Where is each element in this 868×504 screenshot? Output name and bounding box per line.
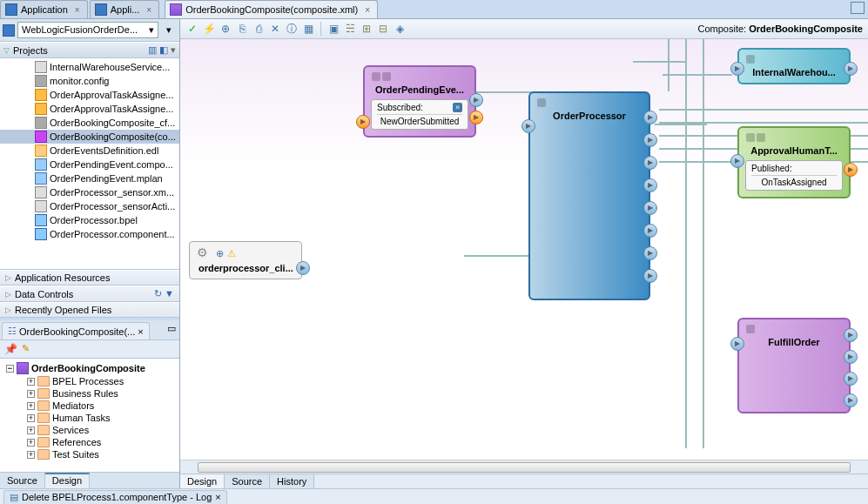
expand-icon[interactable]: + [27,402,35,410]
tree-item[interactable]: OrderProcessor.bpel [0,213,179,227]
input-port[interactable] [730,154,744,168]
tree-item[interactable]: OrderProcessor_sensorActi... [0,199,179,213]
tree-item[interactable]: OrderEventsDefinition.edl [0,144,179,158]
tree-item[interactable]: OrderApprovalTaskAssigne... [0,88,179,102]
tab-application[interactable]: Application × [0,0,88,18]
tab-source[interactable]: Source [0,473,45,488]
tab-composite[interactable]: OrderBookingComposite(composite.xml) × [165,0,378,18]
output-port[interactable] [643,224,657,238]
tree-item[interactable]: monitor.config [0,74,179,88]
structure-node[interactable]: +Test Suites [3,448,177,460]
project-tree[interactable]: InternalWarehouseService... monitor.conf… [0,58,179,270]
output-port[interactable] [844,62,858,76]
event-port[interactable] [356,115,370,129]
expand-icon[interactable]: + [27,427,35,434]
output-port[interactable] [844,350,858,364]
event-port[interactable] [469,111,483,124]
structure-node[interactable]: +References [3,436,177,448]
event-icon[interactable]: ⚡ [202,22,216,36]
structure-tree[interactable]: − OrderBookingComposite +BPEL Processes … [0,359,179,472]
tree-item[interactable]: OrderProcessor.component... [0,227,179,241]
tool-icon[interactable]: ⊞ [360,22,373,36]
props-icon[interactable]: ▦ [301,22,315,36]
tree-item-selected[interactable]: OrderBookingComposite(co... [0,130,179,144]
component-approval-human-task[interactable]: ApprovalHumanT... Published: OnTaskAssig… [737,126,851,198]
close-icon[interactable]: × [146,5,151,15]
menu-icon[interactable]: ▾ [171,44,176,56]
delete-icon[interactable]: ✕ [268,22,282,36]
expand-icon[interactable]: + [27,414,35,422]
tool-icon[interactable]: ☵ [343,22,357,36]
component-order-processor[interactable]: OrderProcessor [528,91,650,300]
output-port[interactable] [643,269,657,283]
accordion-recent-files[interactable]: ▷ Recently Opened Files [0,302,179,318]
output-port[interactable] [643,201,657,215]
structure-root[interactable]: − OrderBookingComposite [3,361,177,375]
projects-header[interactable]: ▽ Projects ▥ ◧ ▾ [0,42,179,58]
structure-new-icon[interactable]: ✎ [22,343,30,355]
tree-item[interactable]: OrderPendingEvent.mplan [0,171,179,185]
output-port[interactable] [643,133,657,147]
paste-icon[interactable]: ⎙ [252,22,266,36]
input-port[interactable] [521,119,535,133]
output-port[interactable] [469,93,483,107]
input-port[interactable] [730,337,744,351]
structure-node[interactable]: +Mediators [3,400,177,412]
tool-icon[interactable]: ▣ [326,22,340,36]
refresh-icon[interactable]: ↻ [154,288,162,299]
minimize-icon[interactable]: ▭ [164,320,179,339]
scroll-thumb[interactable] [198,462,851,473]
tree-item[interactable]: OrderBookingComposite_cf... [0,116,179,130]
expand-icon[interactable]: + [27,439,35,447]
tab-source[interactable]: Source [225,474,270,488]
tab-history[interactable]: History [270,474,314,488]
filter-icon[interactable]: ▼ [165,288,174,299]
structure-node[interactable]: +Services [3,424,177,436]
close-icon[interactable]: × [75,5,80,15]
collapse-icon[interactable] [746,133,755,142]
output-port[interactable] [844,328,858,342]
output-port[interactable] [643,111,657,124]
structure-node[interactable]: +BPEL Processes [3,375,177,387]
collapse-icon[interactable] [372,72,380,81]
published-box[interactable]: Published: OnTaskAssigned [745,160,843,191]
tree-item[interactable]: InternalWarehouseService... [0,60,179,74]
expand-icon[interactable]: » [453,103,462,112]
structure-node[interactable]: +Human Tasks [3,412,177,424]
service-client[interactable]: ⚙ ⊕ ⚠ orderprocessor_cli... [189,241,302,279]
wire-icon[interactable]: ⊕ [219,22,232,36]
output-port[interactable] [643,156,657,170]
tree-item[interactable]: OrderPendingEvent.compo... [0,158,179,171]
validate-icon[interactable]: ✓ [185,22,199,36]
restore-window-icon[interactable] [851,2,865,14]
output-port[interactable] [844,372,858,386]
output-port[interactable] [296,261,310,275]
tool-icon[interactable]: ⊟ [376,22,390,36]
output-port[interactable] [643,178,657,192]
input-port[interactable] [730,62,744,76]
expand-icon[interactable]: + [27,378,35,386]
collapse-icon[interactable]: − [6,365,14,373]
component-fulfill-order[interactable]: FulfillOrder [737,318,851,413]
tab-appli[interactable]: Appli... × [90,0,159,18]
filter-icon[interactable]: ◧ [159,44,168,56]
tool-icon[interactable]: ◈ [393,22,407,36]
output-port[interactable] [643,246,657,260]
sort-icon[interactable]: ▥ [148,44,157,56]
component-order-pending[interactable]: OrderPendingEve... Subscribed: » NewOrde… [363,65,476,138]
tab-design[interactable]: Design [180,474,225,488]
close-icon[interactable]: × [215,492,220,502]
info-icon[interactable]: ⓘ [285,22,299,36]
close-icon[interactable]: × [365,5,370,15]
output-port[interactable] [844,393,858,407]
tab-design[interactable]: Design [45,473,90,488]
application-dropdown[interactable]: WebLogicFusionOrderDe... ▾ [17,22,158,38]
structure-node[interactable]: +Business Rules [3,387,177,400]
copy-icon[interactable]: ⎘ [235,22,249,36]
event-port[interactable] [844,163,858,177]
pin-icon[interactable]: 📌 [4,343,17,355]
accordion-app-resources[interactable]: ▷ Application Resources [0,270,179,286]
tree-item[interactable]: OrderProcessor_sensor.xm... [0,185,179,199]
log-tab[interactable]: ▤ Delete BPELProcess1.componentType - Lo… [3,490,227,504]
horizontal-scrollbar[interactable] [180,460,868,474]
